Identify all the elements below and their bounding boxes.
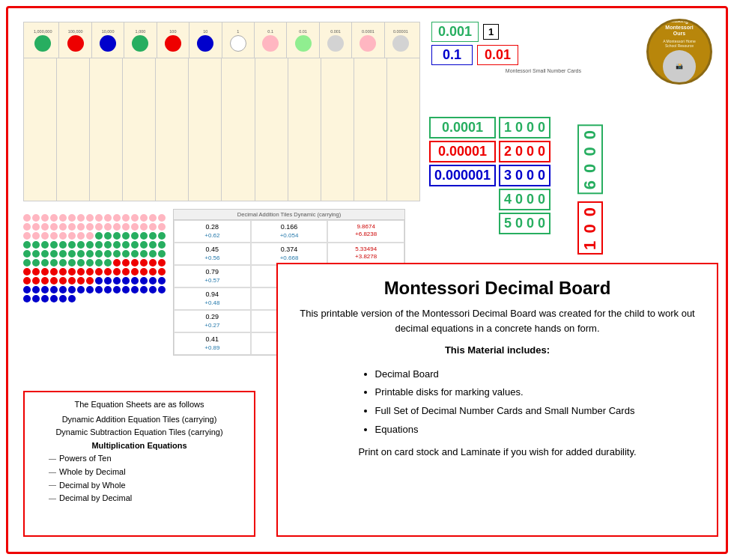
eq-sub-item: —Decimal by Whole — [34, 479, 245, 493]
dot — [32, 268, 40, 276]
dot — [104, 277, 112, 284]
dot — [23, 232, 31, 240]
dot — [41, 214, 49, 222]
dot — [59, 295, 67, 302]
dot — [32, 232, 40, 240]
header-row: 1,000,000100,00010,0001,0001001010.10.01… — [24, 22, 419, 58]
eq-bold: Multiplication Equations — [34, 439, 245, 453]
dot — [140, 232, 148, 240]
dot — [86, 232, 94, 240]
dot — [50, 286, 58, 293]
bullet-icon: — — [49, 479, 56, 491]
dot — [23, 259, 31, 267]
large-card-left-col: 0.00010.000010.000001xx — [429, 117, 496, 234]
dot — [77, 232, 85, 240]
dot — [131, 223, 139, 231]
eq-item: Dynamic Addition Equation Tiles (carryin… — [34, 413, 245, 427]
dot — [32, 259, 40, 267]
dot — [50, 214, 58, 222]
dot — [68, 232, 76, 240]
grid-col — [189, 58, 222, 201]
bullet-icon: — — [49, 466, 56, 478]
dot — [149, 277, 157, 284]
dot — [50, 223, 58, 231]
header-cell: 10 — [189, 22, 222, 58]
dot — [140, 241, 148, 249]
desc-list: Decimal BoardPrintable disks for marking… — [375, 365, 635, 439]
dot — [140, 250, 148, 258]
dot — [23, 286, 31, 293]
dot — [41, 286, 49, 293]
sub-item-text: Powers of Ten — [59, 452, 112, 466]
dot — [113, 250, 121, 258]
dot — [50, 250, 58, 258]
dot — [32, 286, 40, 293]
desc-includes-title: This Material includes: — [445, 343, 550, 358]
vert-label-area: 6 0 0 01 0 0 — [577, 124, 603, 255]
dot — [158, 286, 166, 293]
dot — [95, 223, 103, 231]
dot — [113, 268, 121, 276]
header-cell: 100,000 — [59, 22, 91, 58]
dot — [32, 295, 40, 302]
dot — [68, 286, 76, 293]
dot — [104, 268, 112, 276]
dot — [86, 259, 94, 267]
large-card-left: 0.00001 — [429, 141, 496, 162]
decimal-board: 1,000,000100,00010,0001,0001001010.10.01… — [23, 22, 420, 201]
dot — [140, 214, 148, 222]
dot — [68, 259, 76, 267]
tile-cell: 5.33494+3.8278 — [327, 243, 404, 265]
sub-item-text: Decimal by Whole — [59, 479, 126, 493]
dot — [131, 286, 139, 293]
dot — [23, 223, 31, 231]
dot — [41, 277, 49, 284]
dot — [158, 232, 166, 240]
dot — [23, 268, 31, 276]
dot — [122, 268, 130, 276]
tile-cell: 0.41+0.89 — [174, 332, 251, 355]
dot — [41, 223, 49, 231]
tile-cell: 0.94+0.48 — [174, 287, 251, 310]
grid-rows — [24, 58, 419, 201]
dot — [95, 241, 103, 249]
dot — [50, 241, 58, 249]
logo-circle: MakingMontessoriOurs A Montessori HomeSc… — [646, 19, 712, 85]
dot — [68, 214, 76, 222]
dot — [149, 223, 157, 231]
dot — [86, 223, 94, 231]
dot — [158, 223, 166, 231]
dot — [50, 259, 58, 267]
desc-body: This printable version of the Montessori… — [296, 306, 699, 335]
dot — [95, 214, 103, 222]
vert-label: 1 0 0 — [577, 201, 603, 255]
dot — [32, 250, 40, 258]
desc-list-item: Equations — [375, 421, 635, 439]
dot — [113, 259, 121, 267]
sub-item-text: Whole by Decimal — [59, 466, 126, 479]
dot — [77, 250, 85, 258]
dot — [77, 223, 85, 231]
eq-item: Dynamic Subtraction Equation Tiles (carr… — [34, 426, 245, 439]
dot — [41, 295, 49, 302]
dot — [59, 214, 67, 222]
small-number-label: Montessori Small Number Cards — [431, 68, 581, 73]
dot — [59, 268, 67, 276]
dot — [149, 259, 157, 267]
dot — [86, 214, 94, 222]
eq-sub-item: —Powers of Ten — [34, 452, 245, 466]
header-cell: 0.1 — [255, 22, 287, 58]
grid-col — [222, 58, 255, 201]
dot — [131, 277, 139, 284]
dot — [77, 277, 85, 284]
grid-col — [90, 58, 123, 201]
dot — [68, 268, 76, 276]
grid-col — [354, 58, 387, 201]
grid-col — [57, 58, 90, 201]
large-cards-area: 0.00010.000010.000001xx1 0 0 02 0 0 03 0… — [429, 117, 553, 234]
num-row-1: 0.001 1 — [431, 22, 581, 42]
dot — [59, 277, 67, 284]
dot — [86, 268, 94, 276]
dot — [104, 241, 112, 249]
desc-title: Montessori Decimal Board — [384, 278, 611, 299]
